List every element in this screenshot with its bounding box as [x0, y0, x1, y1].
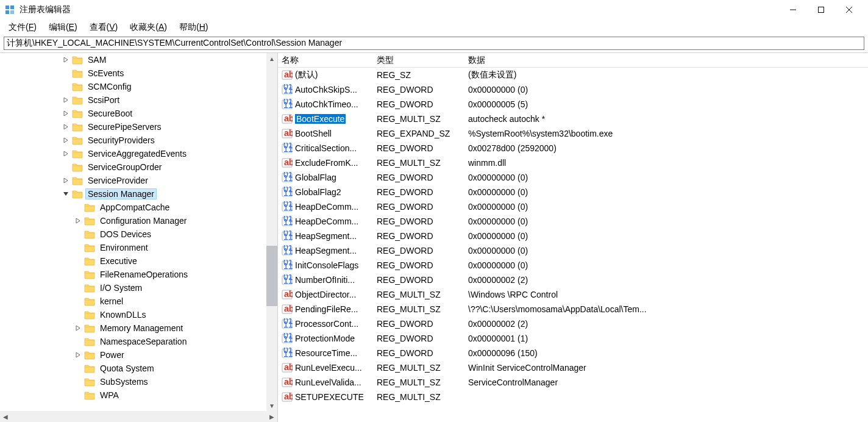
tree-item[interactable]: Configuration Manager	[0, 214, 266, 227]
value-row[interactable]: ProcessorCont...REG_DWORD0x00000002 (2)	[278, 316, 868, 331]
value-name: ProcessorCont...	[295, 319, 358, 329]
chevron-right-icon[interactable]	[61, 95, 71, 105]
value-row[interactable]: (默认)REG_SZ(数值未设置)	[278, 68, 868, 82]
tree-item[interactable]: SubSystems	[0, 375, 266, 388]
tree-item[interactable]: Executive	[0, 254, 266, 268]
tree-item[interactable]: ServiceAggregatedEvents	[0, 147, 266, 160]
scroll-right-icon[interactable]: ▶	[266, 411, 277, 422]
scroll-left-icon[interactable]: ◀	[0, 411, 11, 422]
close-button[interactable]	[835, 0, 863, 20]
menu-file[interactable]: 文件(F)	[4, 21, 41, 34]
tree-item[interactable]: SecurePipeServers	[0, 120, 266, 134]
tree-item[interactable]: SecureBoot	[0, 107, 266, 120]
value-row[interactable]: ProtectionModeREG_DWORD0x00000001 (1)	[278, 331, 868, 346]
value-row[interactable]: GlobalFlagREG_DWORD0x00000000 (0)	[278, 170, 868, 185]
binary-value-icon	[282, 201, 293, 212]
value-row[interactable]: AutoChkSkipS...REG_DWORD0x00000000 (0)	[278, 82, 868, 97]
value-row[interactable]: SETUPEXECUTEREG_MULTI_SZ	[278, 390, 868, 404]
tree-item[interactable]: SecurityProviders	[0, 134, 266, 147]
column-type[interactable]: 类型	[373, 55, 464, 66]
chevron-right-icon[interactable]	[73, 350, 83, 360]
tree-item[interactable]: Session Manager	[0, 187, 266, 201]
tree-item[interactable]: Quota System	[0, 362, 266, 375]
value-row[interactable]: ExcludeFromK...REG_MULTI_SZwinmm.dll	[278, 156, 868, 170]
value-row[interactable]: RunLevelValida...REG_MULTI_SZServiceCont…	[278, 375, 868, 390]
scroll-down-icon[interactable]: ▼	[266, 400, 277, 411]
value-row[interactable]: HeapDeComm...REG_DWORD0x00000000 (0)	[278, 214, 868, 229]
folder-icon	[72, 55, 83, 65]
folder-icon	[84, 337, 95, 346]
value-row[interactable]: InitConsoleFlagsREG_DWORD0x00000000 (0)	[278, 258, 868, 273]
chevron-right-icon[interactable]	[61, 122, 71, 132]
value-row[interactable]: HeapSegment...REG_DWORD0x00000000 (0)	[278, 229, 868, 243]
tree-item[interactable]: Environment	[0, 241, 266, 254]
tree-item[interactable]: SAM	[0, 53, 266, 66]
maximize-button[interactable]	[807, 0, 835, 20]
value-row[interactable]: HeapDeComm...REG_DWORD0x00000000 (0)	[278, 199, 868, 214]
value-row[interactable]: ResourceTime...REG_DWORD0x00000096 (150)	[278, 346, 868, 360]
tree-item[interactable]: I/O System	[0, 281, 266, 295]
value-row[interactable]: ObjectDirector...REG_MULTI_SZ\Windows \R…	[278, 287, 868, 302]
value-row[interactable]: RunLevelExecu...REG_MULTI_SZWinInit Serv…	[278, 360, 868, 375]
chevron-right-icon[interactable]	[61, 55, 71, 65]
chevron-right-icon[interactable]	[73, 216, 83, 226]
chevron-right-icon[interactable]	[61, 109, 71, 118]
scroll-up-icon[interactable]: ▲	[266, 53, 277, 64]
folder-icon	[84, 390, 95, 400]
column-data[interactable]: 数据	[464, 55, 868, 66]
tree-item-label: ServiceGroupOrder	[85, 162, 164, 172]
tree-item[interactable]: kernel	[0, 295, 266, 308]
chevron-right-icon[interactable]	[61, 176, 71, 185]
binary-value-icon	[282, 143, 293, 154]
values-pane: 名称 类型 数据 (默认)REG_SZ(数值未设置)AutoChkSkipS..…	[278, 53, 868, 422]
chevron-right-icon[interactable]	[61, 149, 71, 159]
chevron-right-icon[interactable]	[73, 323, 83, 333]
value-row[interactable]: CriticalSection...REG_DWORD0x00278d00 (2…	[278, 141, 868, 156]
tree-horizontal-scrollbar[interactable]: ◀ ▶	[0, 411, 277, 422]
menu-view[interactable]: 查看(V)	[85, 21, 123, 34]
tree-item[interactable]: NamespaceSeparation	[0, 335, 266, 348]
address-bar[interactable]: 计算机\HKEY_LOCAL_MACHINE\SYSTEM\CurrentCon…	[4, 37, 864, 50]
tree-item[interactable]: WPA	[0, 388, 266, 402]
tree-item[interactable]: AppCompatCache	[0, 201, 266, 214]
menu-help[interactable]: 帮助(H)	[174, 21, 213, 34]
value-row[interactable]: BootExecuteREG_MULTI_SZautocheck autochk…	[278, 112, 868, 126]
value-name: AutoChkTimeo...	[295, 99, 358, 109]
tree-item[interactable]: ServiceGroupOrder	[0, 160, 266, 174]
tree-item[interactable]: ServiceProvider	[0, 174, 266, 187]
value-type: REG_DWORD	[373, 99, 464, 109]
folder-icon	[84, 270, 95, 279]
tree-item[interactable]: DOS Devices	[0, 227, 266, 241]
tree-item[interactable]: Memory Management	[0, 321, 266, 335]
chevron-right-icon[interactable]	[61, 135, 71, 145]
value-row[interactable]: HeapSegment...REG_DWORD0x00000000 (0)	[278, 243, 868, 258]
tree-item-label: Session Manager	[85, 188, 157, 199]
tree-item[interactable]: KnownDLLs	[0, 308, 266, 321]
column-name[interactable]: 名称	[278, 55, 373, 66]
value-row[interactable]: BootShellREG_EXPAND_SZ%SystemRoot%\syste…	[278, 126, 868, 141]
value-type: REG_DWORD	[373, 202, 464, 212]
value-row[interactable]: NumberOfIniti...REG_DWORD0x00000002 (2)	[278, 273, 868, 287]
value-type: REG_DWORD	[373, 85, 464, 95]
tree-item-label: KnownDLLs	[98, 310, 149, 320]
binary-value-icon	[282, 99, 293, 110]
menu-favorites[interactable]: 收藏夹(A)	[125, 21, 172, 34]
folder-icon	[84, 350, 95, 360]
chevron-down-icon[interactable]	[61, 189, 71, 199]
value-type: REG_DWORD	[373, 334, 464, 343]
value-row[interactable]: GlobalFlag2REG_DWORD0x00000000 (0)	[278, 185, 868, 199]
tree-item[interactable]: SCMConfig	[0, 80, 266, 93]
value-name: HeapSegment...	[295, 246, 357, 256]
value-name: PendingFileRe...	[295, 304, 358, 314]
tree-vertical-scrollbar[interactable]: ▲ ▼	[266, 53, 277, 411]
value-name: BootShell	[295, 129, 332, 138]
tree-item[interactable]: FileRenameOperations	[0, 268, 266, 281]
menu-edit[interactable]: 编辑(E)	[44, 21, 82, 34]
value-data: (数值未设置)	[464, 70, 868, 80]
tree-item[interactable]: ScsiPort	[0, 93, 266, 107]
tree-item[interactable]: ScEvents	[0, 66, 266, 80]
value-row[interactable]: AutoChkTimeo...REG_DWORD0x00000005 (5)	[278, 97, 868, 112]
tree-item[interactable]: Power	[0, 348, 266, 362]
minimize-button[interactable]	[779, 0, 807, 20]
value-row[interactable]: PendingFileRe...REG_MULTI_SZ\??\C:\Users…	[278, 302, 868, 316]
